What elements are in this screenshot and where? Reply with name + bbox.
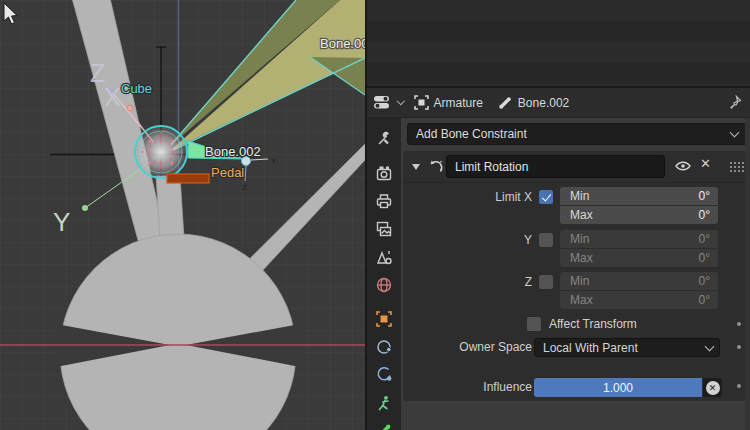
limit-x-minmax-group: Min 0° Max 0°: [560, 187, 718, 225]
object-properties-icon: [375, 310, 393, 328]
constraint-drag-handle[interactable]: [729, 161, 745, 172]
label-bone-002: Bone.002: [205, 144, 261, 159]
breadcrumb-bone[interactable]: Bone.002: [497, 95, 569, 111]
limit-rotation-icon: [428, 158, 444, 175]
bone-y-axis-dot: [82, 205, 88, 211]
limit-y-checkbox[interactable]: [539, 233, 553, 247]
tab-physics[interactable]: [367, 361, 401, 389]
owner-space-value: Local With Parent: [543, 341, 703, 355]
tail-axis-letter-y: Y: [271, 156, 277, 165]
axis-letter-y: Y: [53, 207, 70, 237]
label-pedal: Pedal: [211, 165, 244, 180]
min-label: Min: [570, 189, 699, 203]
tab-view-layer[interactable]: [367, 215, 401, 243]
constraint-panel-header: Limit Rotation ✕: [403, 151, 746, 183]
influence-label: Influence: [403, 378, 532, 396]
owner-space-dropdown[interactable]: Local With Parent: [534, 338, 720, 357]
limit-y-min-field[interactable]: Min 0°: [560, 230, 718, 248]
axis-letter-x: X: [104, 83, 121, 111]
constraint-delete-icon[interactable]: ✕: [700, 156, 711, 171]
parent-line-dot: [127, 105, 133, 111]
decorator-dot[interactable]: [737, 322, 741, 326]
add-bone-constraint-label: Add Bone Constraint: [416, 127, 728, 141]
influence-slider[interactable]: 1.000: [534, 378, 702, 397]
view-layer-icon: [375, 220, 393, 238]
properties-tab-strip: [367, 118, 401, 430]
limit-z-checkbox[interactable]: [539, 275, 553, 289]
armature-data-icon: [375, 394, 393, 412]
constraint-visibility-eye-icon[interactable]: [674, 158, 692, 174]
properties-body: Add Bone Constraint: [367, 118, 750, 430]
output-icon: [375, 192, 393, 210]
affect-transform-label: Affect Transform: [549, 316, 637, 332]
properties-header: Armature Bone.002: [367, 88, 750, 118]
max-label: Max: [570, 251, 699, 265]
properties-main-region: Add Bone Constraint: [401, 118, 750, 430]
tab-object[interactable]: [367, 305, 401, 333]
tab-tool[interactable]: [367, 124, 401, 152]
limit-x-max-field[interactable]: Max 0°: [560, 206, 718, 224]
min-value: 0°: [699, 274, 710, 288]
min-label: Min: [570, 232, 699, 246]
pin-icon[interactable]: [727, 95, 742, 110]
limit-y-minmax-group: Min 0° Max 0°: [560, 230, 718, 268]
tab-bone[interactable]: [367, 417, 401, 430]
limit-z-min-field[interactable]: Min 0°: [560, 272, 718, 290]
outliner-region[interactable]: [367, 0, 750, 88]
bone-icon: [497, 95, 513, 111]
min-value: 0°: [699, 232, 710, 246]
scene-icon: [375, 248, 393, 266]
breadcrumb-bone-label: Bone.002: [518, 96, 569, 110]
chevron-down-icon: [730, 128, 740, 138]
bone-head-widget[interactable]: [135, 126, 187, 178]
constraints-icon: [375, 338, 393, 356]
tool-icon: [375, 129, 393, 147]
min-label: Min: [570, 274, 699, 288]
limit-x-label: Limit X: [403, 188, 532, 206]
tab-world[interactable]: [367, 271, 401, 299]
limit-z-max-field[interactable]: Max 0°: [560, 291, 718, 309]
label-bone-far: Bone.00: [320, 36, 365, 51]
limit-x-checkbox[interactable]: [539, 190, 553, 204]
limit-x-min-field[interactable]: Min 0°: [560, 187, 718, 205]
right-pane: Armature Bone.002: [365, 0, 750, 430]
constraint-name-field[interactable]: Limit Rotation: [446, 155, 665, 178]
owner-space-label: Owner Space: [403, 338, 532, 356]
max-value: 0°: [699, 208, 710, 222]
tab-output[interactable]: [367, 187, 401, 215]
world-icon: [375, 276, 393, 294]
physics-icon: [375, 366, 393, 384]
tab-render[interactable]: [367, 159, 401, 187]
constraint-name-value: Limit Rotation: [455, 160, 528, 174]
max-value: 0°: [699, 293, 710, 307]
limit-rotation-panel: Limit Rotation ✕ Limit X: [403, 151, 746, 401]
min-value: 0°: [699, 189, 710, 203]
tail-axis-letter-z: Z: [242, 183, 247, 192]
breadcrumb-object-label: Armature: [434, 96, 483, 110]
pedal-object[interactable]: [167, 174, 209, 183]
properties-editor: Armature Bone.002: [367, 88, 750, 430]
editor-type-button[interactable]: [373, 95, 404, 110]
viewport-3d[interactable]: Z X Y Y Z Cube Bone.002 Bone.00 Pedal: [0, 0, 365, 430]
axis-letter-z: Z: [90, 59, 105, 87]
blender-window: Z X Y Y Z Cube Bone.002 Bone.00 Pedal: [0, 0, 750, 430]
affect-transform-checkbox[interactable]: [527, 317, 541, 331]
limit-y-max-field[interactable]: Max 0°: [560, 249, 718, 267]
max-label: Max: [570, 293, 699, 307]
bone-properties-icon: [375, 422, 393, 430]
decorator-dot[interactable]: [737, 345, 741, 349]
panel-expand-toggle[interactable]: [412, 164, 420, 170]
breadcrumb-object[interactable]: Armature: [414, 95, 483, 110]
clear-x-icon: ✕: [706, 381, 720, 395]
tab-object-data[interactable]: [367, 389, 401, 417]
tab-scene[interactable]: [367, 243, 401, 271]
max-label: Max: [570, 208, 699, 222]
properties-editor-icon: [373, 95, 390, 110]
limit-z-minmax-group: Min 0° Max 0°: [560, 272, 718, 310]
decorator-dot[interactable]: [737, 384, 741, 388]
max-value: 0°: [699, 251, 710, 265]
tab-constraints[interactable]: [367, 333, 401, 361]
influence-clear-button[interactable]: ✕: [703, 378, 722, 397]
add-bone-constraint-button[interactable]: Add Bone Constraint: [407, 123, 747, 145]
chevron-down-icon: [397, 97, 405, 105]
